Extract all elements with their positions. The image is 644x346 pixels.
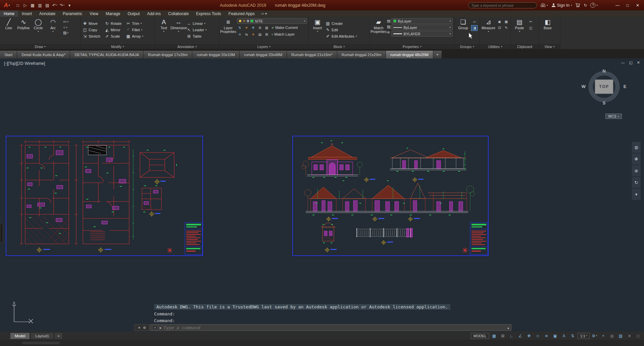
save-icon[interactable]: ▦ <box>29 2 36 9</box>
tool-move[interactable]: ✥Move <box>82 20 101 27</box>
panel-label-groups[interactable]: Groups▾ <box>454 44 480 49</box>
search-field[interactable] <box>468 2 537 8</box>
command-input[interactable] <box>163 325 505 330</box>
tool-linear[interactable]: ↔Linear▾ <box>186 20 207 27</box>
layer-lock-icon[interactable]: ▥ <box>264 25 269 30</box>
panel-label-annotation[interactable]: Annotation▾ <box>155 44 219 49</box>
measure-button[interactable]: ⊿ Measure ▾ <box>481 17 496 33</box>
tool-scale[interactable]: ⇗Scale <box>104 33 122 39</box>
palette-flyout-tab[interactable] <box>0 224 3 243</box>
new-file-icon[interactable]: □ <box>14 2 21 9</box>
viewport-controls-label[interactable]: [-][Top][2D Wireframe] <box>4 61 45 66</box>
hatch-tool-icon[interactable]: ▨▾ <box>63 31 68 35</box>
redo-icon[interactable]: ↷▾ <box>59 2 65 9</box>
tool-edit[interactable]: ✎Edit <box>325 27 357 33</box>
zoom-icon[interactable]: ⊕ <box>632 165 641 176</box>
match-properties-button[interactable]: ▰ Match Properties <box>371 17 386 34</box>
command-customize-icon[interactable]: ⚙ <box>143 326 146 330</box>
tool-trim[interactable]: ✂Trim▾ <box>125 20 144 27</box>
graphics-performance-icon[interactable]: ▧ <box>617 333 625 339</box>
file-tab-detail-kuda[interactable]: Detail Kuda Kuda & Atap* <box>17 51 70 58</box>
transparency-icon[interactable]: ≋ <box>387 30 390 35</box>
ribbon-display-toggle-icon[interactable]: ▭ ▾ <box>258 10 269 17</box>
new-drawing-tab[interactable]: + <box>433 51 442 58</box>
panel-label-properties[interactable]: Properties▾ <box>370 44 454 49</box>
tool-leader[interactable]: ↖Leader▾ <box>186 27 207 33</box>
insert-block-button[interactable]: ▣ Insert ▾ <box>310 17 325 33</box>
tool-fillet[interactable]: ◜Fillet▾ <box>125 27 144 33</box>
close-button[interactable]: ✕ <box>633 1 643 10</box>
object-color-select[interactable]: ByLayer ▾ <box>391 18 453 24</box>
command-close-icon[interactable]: ✕ <box>138 326 141 330</box>
quick-calc-icon[interactable]: ▦ <box>503 19 509 24</box>
tool-table[interactable]: ⊞Table <box>186 33 207 39</box>
sign-in-button[interactable]: Sign In ▾ <box>551 3 572 8</box>
ribbon-tab-featured-apps[interactable]: Featured Apps <box>225 10 258 17</box>
clean-screen-icon[interactable]: □ <box>634 333 642 339</box>
layer-freeze-icon[interactable]: ❄ <box>250 25 256 30</box>
file-tab-20x48[interactable]: rumah tinggal 20x48M <box>240 51 287 58</box>
group-button[interactable]: ❏ Group <box>456 17 470 30</box>
command-history-expand-icon[interactable]: ▴ <box>507 326 509 330</box>
command-window-grip[interactable]: ✕ ⚙ <box>134 324 150 331</box>
cart-icon[interactable] <box>575 3 580 7</box>
layer-select[interactable]: ☀ SITE ▾ <box>237 18 307 24</box>
file-tab-21x16[interactable]: Rumah tinggal 21x16m* <box>287 51 337 58</box>
tool-dimension[interactable]: ↔Dimension▾ <box>171 17 186 33</box>
layout1-tab[interactable]: Layout1 <box>31 333 54 339</box>
plot-icon[interactable]: ▤ <box>44 2 51 9</box>
panel-label-clipboard[interactable]: Clipboard <box>511 44 539 49</box>
layer-match-icon[interactable]: ≋ <box>237 32 243 37</box>
ribbon-tab-parametric[interactable]: Parametric <box>59 10 86 17</box>
file-tab-21x29[interactable]: Rumah tinggal 21x29m <box>337 51 386 58</box>
save-as-icon[interactable]: ▥ <box>37 2 43 9</box>
viewcube[interactable]: N W E S TOP <box>579 66 629 110</box>
search-input[interactable] <box>471 3 534 7</box>
ribbon-tab-home[interactable]: Home <box>0 10 18 17</box>
tool-polyline[interactable]: ∿Polyline <box>16 17 31 33</box>
object-snap-2d-icon[interactable]: ▣ <box>551 333 559 339</box>
snap-mode-icon[interactable]: ⊞ <box>499 333 507 339</box>
base-view-button[interactable]: ◧ Base <box>540 17 555 30</box>
annotation-monitor-icon[interactable]: + <box>599 333 607 339</box>
tool-arc[interactable]: ◠Arc▾ <box>46 17 60 33</box>
layer-disable-icon[interactable]: ⊘ <box>257 25 263 30</box>
sync-icon[interactable]: ↻ <box>584 3 587 8</box>
group-edit-icon[interactable]: ◨ <box>472 26 477 31</box>
linetype-select[interactable]: ByLayer ▾ <box>391 25 453 30</box>
new-layout-button[interactable]: + <box>54 333 63 339</box>
doc-close-button[interactable]: ✕ <box>637 60 640 65</box>
model-tab[interactable]: Model <box>10 333 30 339</box>
panel-label-layers[interactable]: Layers▾ <box>219 44 308 49</box>
layer-previous-icon[interactable]: ⇆ <box>244 32 249 37</box>
panel-label-block[interactable]: Block▾ <box>309 44 369 49</box>
tool-line[interactable]: ╱Line <box>1 17 16 33</box>
layer-isolate-icon[interactable]: ▤ <box>257 32 263 37</box>
file-tab-17x26[interactable]: Rumah tinggal 17x26m <box>144 51 192 58</box>
annotation-autoscale-icon[interactable]: ⇅ <box>569 333 577 339</box>
layer-thaw-all-icon[interactable]: ☀ <box>250 32 256 37</box>
ribbon-tab-output[interactable]: Output <box>124 10 143 17</box>
doc-minimize-button[interactable]: — <box>621 60 625 65</box>
tool-stretch[interactable]: ⇲Stretch <box>82 33 101 39</box>
model-space-button[interactable]: MODEL <box>471 333 489 339</box>
undo-icon[interactable]: ↶▾ <box>51 2 58 9</box>
grid-display-icon[interactable]: ▦ <box>490 333 498 339</box>
make-current-button[interactable]: ✔Make Current <box>270 26 298 30</box>
object-snap-icon[interactable]: ⊹ <box>534 333 542 339</box>
annotation-scale-button[interactable]: 1:1▾ <box>578 333 590 339</box>
point-style-icon[interactable]: ✎ <box>503 25 509 30</box>
lineweight-select[interactable]: BYLAYER ▾ <box>391 31 453 37</box>
wcs-selector[interactable]: WCS ▾ <box>605 114 622 119</box>
minimize-button[interactable]: — <box>612 1 623 10</box>
paste-button[interactable]: ▤ Paste ▾ <box>512 17 527 33</box>
search-binoculars-icon[interactable]: ▾ <box>540 3 548 7</box>
panel-label-utilities[interactable]: Utilities▾ <box>480 44 510 49</box>
ribbon-tab-express-tools[interactable]: Express Tools <box>192 10 225 17</box>
qat-dropdown-icon[interactable]: ▾ <box>66 2 73 9</box>
layer-off-icon[interactable]: ⇅ <box>237 25 243 30</box>
steering-wheel-icon[interactable]: ◍ <box>632 142 641 153</box>
isolate-objects-icon[interactable]: ◎ <box>608 333 616 339</box>
file-tab-20x10[interactable]: rumah tinggal 20x10M <box>192 51 240 58</box>
id-point-icon[interactable]: ◉ <box>497 19 502 24</box>
